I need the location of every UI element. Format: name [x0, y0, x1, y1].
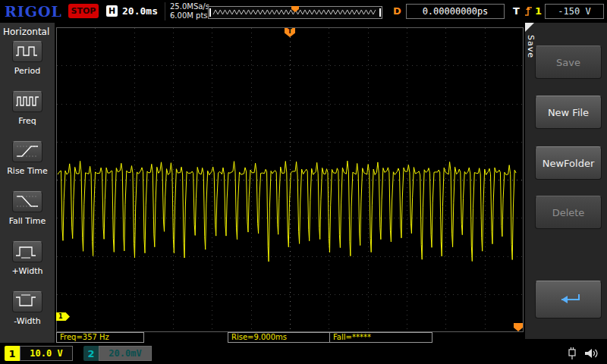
sidebar-item-plus-width[interactable]: +Width [0, 241, 55, 276]
save-menu: Save Save New File NewFolder Delete [525, 23, 607, 339]
measure-sidebar: Horizontal Period Freq Rise Time [0, 23, 55, 343]
menu-tab-triangle [525, 23, 534, 32]
sidebar-item-label: +Width [0, 266, 55, 276]
memory-depth: 6.00M pts [170, 11, 209, 20]
timebase-readout: 20.0ms [122, 5, 158, 17]
acquisition-info: 25.0MSa/s 6.00M pts [170, 2, 209, 20]
usb-icon [565, 347, 580, 360]
run-state-badge: STOP [68, 4, 99, 18]
sidebar-item-label: Rise Time [0, 166, 55, 176]
trigger-slope-icon [524, 5, 533, 17]
new-folder-button[interactable]: NewFolder [535, 146, 602, 180]
divider [165, 2, 165, 20]
channel2-scale: 20.0mV [99, 346, 152, 361]
horizontal-badge: H [106, 5, 118, 17]
sidebar-item-label: -Width [0, 316, 55, 326]
return-button[interactable] [535, 281, 602, 318]
period-icon [12, 41, 42, 62]
channel2-status[interactable]: 2 20.0mV [83, 346, 152, 361]
sidebar-item-label: Period [0, 66, 55, 76]
sidebar-item-period[interactable]: Period [0, 41, 55, 76]
measurement-fall: Fall=***** [329, 332, 432, 343]
sample-rate: 25.0MSa/s [170, 2, 209, 11]
speaker-icon [583, 347, 599, 360]
return-arrow-icon [552, 291, 584, 308]
fall-time-icon [12, 191, 42, 212]
measurement-rise: Rise=9.000ms [228, 332, 332, 343]
rise-time-icon [12, 141, 42, 162]
waveform-display: T 1 [56, 27, 524, 332]
status-bar: 1 10.0 V 2 20.0mV [0, 343, 607, 364]
delay-readout: 0.00000000ps [406, 4, 505, 19]
delay-label: D [393, 5, 401, 17]
channel2-number: 2 [83, 346, 99, 361]
sidebar-title: Horizontal [3, 27, 49, 37]
trigger-source: 1 [535, 5, 542, 17]
top-bar: RIGOL STOP H 20.0ms 25.0MSa/s 6.00M pts … [0, 0, 607, 23]
channel1-status[interactable]: 1 10.0 V [5, 346, 73, 361]
channel1-scale: 10.0 V [20, 346, 73, 361]
sidebar-item-label: Fall Time [0, 216, 55, 226]
measurement-strip: Freq=357 Hz Rise=9.000ms Fall=***** [56, 332, 524, 343]
freq-icon [12, 91, 42, 112]
sidebar-item-fall-time[interactable]: Fall Time [0, 191, 55, 226]
new-file-button[interactable]: New File [535, 96, 602, 129]
measurement-freq: Freq=357 Hz [56, 332, 144, 343]
plus-width-icon [12, 241, 42, 262]
sidebar-item-freq[interactable]: Freq [0, 91, 55, 126]
minus-width-icon [12, 291, 42, 312]
waveform-overview-strip [208, 6, 382, 19]
trigger-label: T [513, 5, 520, 17]
sidebar-item-minus-width[interactable]: -Width [0, 291, 55, 326]
sidebar-item-label: Freq [0, 116, 55, 126]
trigger-level-readout: -150 V [545, 4, 604, 19]
oscilloscope-screen: RIGOL STOP H 20.0ms 25.0MSa/s 6.00M pts … [0, 0, 607, 364]
channel1-number: 1 [5, 346, 20, 361]
delete-button[interactable]: Delete [535, 196, 602, 229]
sidebar-item-rise-time[interactable]: Rise Time [0, 141, 55, 176]
save-button[interactable]: Save [535, 46, 602, 79]
rigol-logo: RIGOL [5, 3, 62, 20]
graticule-and-trace [56, 27, 524, 332]
